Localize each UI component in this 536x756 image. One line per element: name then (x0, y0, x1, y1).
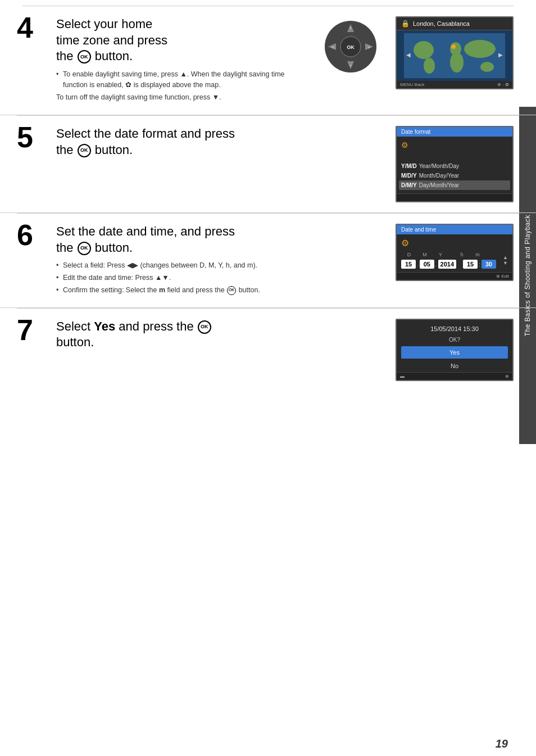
step4-screen: 🔒 London, Casablanca (396, 16, 514, 89)
s4-map-area: ◀ ▶ (397, 30, 512, 81)
step4-title: Select your home time zone and press the… (56, 16, 306, 65)
s6-title: Date and time (397, 225, 512, 234)
s7-menu-icon: ▬ (400, 374, 405, 379)
page-container: The Basics of Shooting and Playback 4 Se… (0, 6, 536, 756)
step6-bullets: Select a field: Press ◀▶ (changes betwee… (56, 260, 384, 295)
s5-option3[interactable]: D/M/Y Day/Month/Year (399, 180, 510, 190)
step5-title: Select the date format and press the OK … (56, 126, 384, 158)
s6-col-h: h (456, 252, 467, 257)
step6-row: Set the date and time, and press the OK … (56, 224, 514, 297)
step4-title-l3: the (56, 49, 74, 63)
step4-number: 4 (17, 13, 45, 42)
step5-screen: Date format ⚙ Y/M/D Year/Month/Day M/D/Y (396, 126, 514, 202)
svg-point-16 (464, 40, 496, 58)
step7-text: Select Yes and press the OK button. (56, 319, 384, 355)
s7-nav-icon: ⊕ (505, 374, 509, 379)
step6-bullet2: Edit the date and time: Press ▲▼. (56, 273, 384, 283)
svg-text:▶: ▶ (498, 52, 503, 58)
s4-hint: ⊕ : ✿ (497, 82, 509, 87)
s6-footer: ⊕ Edit (397, 272, 512, 280)
s7-footer: ▬ ⊕ (397, 372, 512, 380)
s5-opt2-label: Month/Day/Year (419, 173, 459, 179)
step5-text: Select the date format and press the OK … (56, 126, 384, 162)
step4-dpad: OK ▲ ▼ ◀ ▶ (322, 19, 379, 75)
s5-option1: Y/M/D Year/Month/Day (401, 161, 508, 171)
s4-screen-top: 🔒 London, Casablanca (397, 17, 512, 30)
step5-section: 5 Select the date format and press the O… (0, 116, 536, 213)
step4-title-l1: Select your home (56, 17, 152, 31)
step6-section: 6 Set the date and time, and press the O… (0, 214, 536, 307)
s6-body: ⚙ D M Y h m 1 (397, 234, 512, 272)
s6-col-m2: m (472, 252, 483, 257)
svg-text:▼: ▼ (349, 64, 353, 67)
s6-col-labels: D M Y h m (401, 252, 502, 257)
s7-no-option[interactable]: No (397, 360, 512, 372)
step7-number: 7 (17, 315, 45, 345)
svg-point-15 (450, 52, 464, 73)
step6-bullet3-ok: OK (227, 286, 236, 295)
s5-opt3-key: D/M/Y (401, 182, 417, 188)
s6-nav-arrows: ▲ ▼ (503, 255, 508, 266)
s6-sep3: : (479, 261, 480, 268)
step6-title-l2: the (56, 241, 74, 255)
s5-opt3-label: Day/Month/Year (419, 182, 459, 188)
s6-values-row: 15 . 05 . 2014 15 : 30 (401, 260, 502, 269)
step6-screen: Date and time ⚙ D M Y h m (396, 224, 514, 281)
step6-bullet1: Select a field: Press ◀▶ (changes betwee… (56, 260, 384, 271)
s5-title: Date format (397, 127, 512, 137)
step6-title-rest: button. (95, 241, 133, 255)
s7-yes-option[interactable]: Yes (401, 346, 508, 359)
step4-bullets: To enable daylight saving time, press ▲.… (56, 69, 306, 90)
step4-note: To turn off the daylight saving time fun… (56, 93, 306, 101)
svg-text:OK: OK (347, 44, 355, 50)
step7-title-pre: Select (56, 319, 94, 333)
s6-sep1: . (417, 261, 419, 268)
step4-section: 4 Select your home time zone and press t… (0, 6, 536, 115)
step4-title-l2: time zone and press (56, 33, 167, 47)
s6-val-min: 30 (482, 260, 496, 269)
svg-point-12 (414, 41, 434, 59)
s5-opt1-key: Y/M/D (401, 163, 417, 169)
svg-point-18 (451, 44, 456, 49)
step4-text: Select your home time zone and press the… (56, 16, 306, 101)
step6-bullet3: Confirm the setting: Select the m field … (56, 285, 384, 296)
s7-datetime: 15/05/2014 15:30 (397, 320, 512, 334)
step6-title-l1: Set the date and time, and press (56, 224, 235, 238)
step7-title-bold: Yes (94, 319, 115, 333)
step5-content: Select the date format and press the OK … (56, 126, 514, 202)
step5-title-l1: Select the date format and press (56, 126, 235, 141)
svg-text:◀: ◀ (406, 52, 411, 58)
step7-section: 7 Select Yes and press the OK button. 15… (0, 309, 536, 391)
step7-ok-circle: OK (198, 320, 211, 334)
s5-body: ⚙ Y/M/D Year/Month/Day M/D/Y Month/Day/Y… (397, 137, 512, 193)
s6-col-y: Y (435, 252, 446, 257)
s6-val-month: 05 (420, 260, 434, 269)
step5-title-l2: the (56, 143, 74, 157)
step4-bullet1: To enable daylight saving time, press ▲.… (56, 69, 306, 90)
step6-number: 6 (17, 220, 45, 250)
step5-ok-circle: OK (78, 144, 91, 157)
s6-edit-label: ⊕ Edit (496, 274, 509, 279)
s6-sep2: . (435, 261, 437, 268)
s5-tune-icon: ⚙ (401, 140, 508, 150)
step6-content: Set the date and time, and press the OK … (56, 224, 514, 297)
s5-opt1-label: Year/Month/Day (419, 163, 459, 169)
s7-ok-question: OK? (397, 334, 512, 345)
s6-val-year: 2014 (438, 260, 456, 269)
step6-text: Set the date and time, and press the OK … (56, 224, 384, 297)
page-number: 19 (496, 737, 508, 750)
s6-val-day: 15 (401, 260, 416, 269)
step7-screen: 15/05/2014 15:30 OK? Yes No ▬ ⊕ (396, 319, 514, 381)
step7-title: Select Yes and press the OK button. (56, 319, 384, 351)
world-map-svg: ◀ ▶ (404, 33, 505, 78)
dpad-svg: OK ▲ ▼ ◀ ▶ (322, 19, 379, 75)
lock-icon: 🔒 (401, 20, 410, 28)
step5-title-rest: button. (95, 143, 133, 157)
step4-layout: Select your home time zone and press the… (56, 16, 514, 101)
step6-title: Set the date and time, and press the OK … (56, 224, 384, 256)
step7-title-mid: and press the (115, 319, 193, 333)
svg-point-13 (424, 58, 435, 74)
s5-option2: M/D/Y Month/Day/Year (401, 171, 508, 180)
step4-title-rest: button. (95, 49, 133, 63)
step5-number: 5 (17, 123, 45, 152)
